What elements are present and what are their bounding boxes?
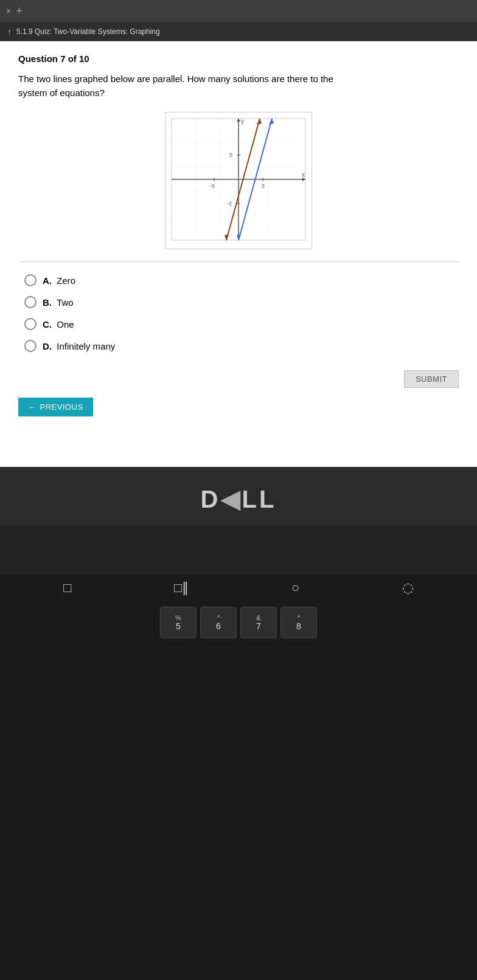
- radio-d[interactable]: [24, 340, 37, 352]
- answer-label-a: A. Zero: [43, 275, 75, 286]
- radio-a[interactable]: [24, 274, 37, 286]
- graph-container: -5 5 5 -2 x y: [18, 112, 459, 249]
- key-top-percent: %: [175, 614, 181, 621]
- svg-text:5: 5: [229, 152, 232, 158]
- tab-bar: × +: [6, 5, 23, 18]
- back-button[interactable]: ↑: [7, 27, 12, 36]
- dell-area: D◀LL: [0, 467, 477, 525]
- submit-button[interactable]: SUBMIT: [404, 370, 459, 388]
- nav-rotate-icon[interactable]: ◌: [402, 580, 414, 596]
- svg-text:y: y: [241, 118, 244, 125]
- key-top-asterisk: *: [298, 614, 300, 621]
- key-bottom-5: 5: [176, 621, 181, 631]
- question-text: The two lines graphed below are parallel…: [18, 72, 459, 100]
- dell-logo-text: D: [201, 486, 221, 512]
- keyboard-row: % 5 ^ 6 & 7 * 8: [0, 607, 477, 638]
- radio-c[interactable]: [24, 318, 37, 330]
- dell-slash: ◀: [221, 486, 242, 512]
- key-top-ampersand: &: [256, 614, 260, 621]
- key-7[interactable]: & 7: [240, 607, 277, 638]
- nav-multi-window-icon[interactable]: □‖: [174, 580, 189, 596]
- nav-square-icon[interactable]: □: [63, 580, 71, 596]
- page-title: 5.1.9 Quiz: Two-Variable Systems: Graphi…: [16, 27, 160, 36]
- key-bottom-8: 8: [296, 621, 301, 631]
- key-5[interactable]: % 5: [160, 607, 197, 638]
- address-bar: ↑ 5.1.9 Quiz: Two-Variable Systems: Grap…: [0, 22, 477, 41]
- prev-row: ← PREVIOUS: [18, 398, 459, 426]
- svg-text:-2: -2: [227, 201, 232, 207]
- svg-text:5: 5: [262, 183, 265, 189]
- svg-text:x: x: [302, 171, 305, 178]
- tab-add[interactable]: +: [16, 5, 23, 18]
- key-top-caret: ^: [217, 614, 220, 621]
- answer-label-d: D. Infinitely many: [43, 341, 115, 351]
- key-bottom-7: 7: [256, 621, 261, 631]
- previous-arrow-icon: ←: [28, 402, 37, 412]
- answer-choice-a[interactable]: A. Zero: [24, 274, 459, 286]
- key-8[interactable]: * 8: [280, 607, 317, 638]
- nav-icons-row: □ □‖ ○ ◌: [0, 574, 477, 602]
- content-area: Question 7 of 10 The two lines graphed b…: [0, 41, 477, 467]
- answer-choice-b[interactable]: B. Two: [24, 296, 459, 308]
- answer-choice-d[interactable]: D. Infinitely many: [24, 340, 459, 352]
- question-number: Question 7 of 10: [18, 53, 459, 64]
- tab-close[interactable]: ×: [6, 6, 11, 16]
- graph-svg: -5 5 5 -2 x y: [165, 112, 312, 249]
- answer-label-b: B. Two: [43, 297, 74, 308]
- nav-circle-icon[interactable]: ○: [291, 580, 299, 596]
- radio-b[interactable]: [24, 296, 37, 308]
- answer-label-c: C. One: [43, 319, 74, 330]
- dell-logo: D◀LL: [201, 485, 277, 513]
- keyboard-bottom: [0, 643, 477, 692]
- browser-chrome: × +: [0, 0, 477, 22]
- laptop-body-top: [0, 525, 477, 574]
- section-divider: [18, 261, 459, 262]
- submit-row: SUBMIT: [18, 370, 459, 388]
- key-bottom-6: 6: [216, 621, 221, 631]
- previous-button[interactable]: ← PREVIOUS: [18, 398, 93, 416]
- answer-choices: A. Zero B. Two C. One D. Infinitely many: [18, 274, 459, 352]
- svg-text:-5: -5: [210, 183, 215, 189]
- dell-logo-text2: LL: [242, 486, 277, 512]
- key-6[interactable]: ^ 6: [200, 607, 237, 638]
- answer-choice-c[interactable]: C. One: [24, 318, 459, 330]
- previous-label: PREVIOUS: [40, 402, 83, 412]
